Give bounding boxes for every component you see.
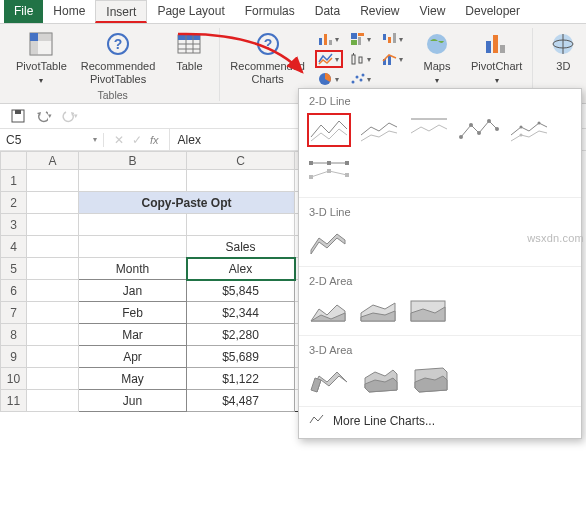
row-header[interactable]: 9 <box>1 346 27 368</box>
value-cell[interactable]: $5,845 <box>187 280 295 302</box>
chart-type-line-markers[interactable] <box>457 113 501 147</box>
enter-formula-icon[interactable]: ✓ <box>132 133 142 147</box>
svg-rect-36 <box>493 35 498 53</box>
month-header-cell[interactable]: Month <box>79 258 187 280</box>
month-cell[interactable]: Mar <box>79 324 187 346</box>
name-box[interactable]: C5▾ <box>0 133 104 147</box>
value-cell[interactable]: $1,122 <box>187 368 295 390</box>
insert-waterfall-chart-button[interactable]: ▾ <box>379 30 407 48</box>
insert-statistic-chart-button[interactable]: ▾ <box>347 50 375 68</box>
row-header[interactable]: 10 <box>1 368 27 390</box>
col-header-C[interactable]: C <box>187 152 295 170</box>
row-header[interactable]: 6 <box>1 280 27 302</box>
value-cell[interactable]: $2,280 <box>187 324 295 346</box>
tab-review[interactable]: Review <box>350 0 409 23</box>
redo-icon[interactable]: ▾ <box>62 108 78 124</box>
fx-icon[interactable]: fx <box>150 134 159 146</box>
line-chart-gallery: 2-D Line 3-D Line 2-D Area 3-D Area More… <box>298 88 582 412</box>
svg-point-46 <box>477 131 481 135</box>
chart-type-3d-area[interactable] <box>307 362 351 396</box>
gallery-section-2d-area: 2-D Area <box>299 269 581 291</box>
recommended-charts-label: Recommended Charts <box>230 60 305 85</box>
month-cell[interactable]: Jan <box>79 280 187 302</box>
month-cell[interactable]: Feb <box>79 302 187 324</box>
svg-rect-42 <box>15 110 21 114</box>
value-cell[interactable]: $2,344 <box>187 302 295 324</box>
row-header[interactable]: 2 <box>1 192 27 214</box>
table-button[interactable]: Table <box>165 28 213 75</box>
gallery-section-3d-line: 3-D Line <box>299 200 581 222</box>
recommended-pivot-icon: ? <box>104 30 132 58</box>
chart-type-3d-stacked-area[interactable] <box>357 362 401 396</box>
svg-rect-57 <box>327 169 331 173</box>
tab-page-layout[interactable]: Page Layout <box>147 0 234 23</box>
month-cell[interactable]: Apr <box>79 346 187 368</box>
row-header[interactable]: 5 <box>1 258 27 280</box>
title-cell[interactable]: Copy-Paste Opt <box>79 192 295 214</box>
value-cell[interactable]: $5,689 <box>187 346 295 368</box>
chart-type-stacked-line[interactable] <box>357 113 401 147</box>
insert-column-chart-button[interactable]: ▾ <box>315 30 343 48</box>
more-line-charts-button[interactable]: More Line Charts... <box>299 406 581 412</box>
chart-type-100-stacked-line-markers[interactable] <box>307 155 351 189</box>
svg-point-48 <box>495 127 499 131</box>
undo-icon[interactable]: ▾ <box>36 108 52 124</box>
svg-rect-18 <box>358 33 364 36</box>
maps-label: Maps <box>424 60 451 72</box>
tab-home[interactable]: Home <box>43 0 95 23</box>
alex-header-cell[interactable]: Alex <box>187 258 295 280</box>
tab-formulas[interactable]: Formulas <box>235 0 305 23</box>
tab-developer[interactable]: Developer <box>455 0 530 23</box>
col-header-B[interactable]: B <box>79 152 187 170</box>
row-header[interactable]: 3 <box>1 214 27 236</box>
svg-point-32 <box>360 79 363 82</box>
row-header[interactable]: 11 <box>1 390 27 412</box>
svg-rect-20 <box>351 40 357 45</box>
svg-rect-54 <box>327 161 331 165</box>
insert-scatter-chart-button[interactable]: ▾ <box>347 70 375 88</box>
svg-rect-37 <box>500 45 505 53</box>
value-cell[interactable]: $4,487 <box>187 390 295 412</box>
chart-type-100-stacked-line[interactable] <box>407 113 451 147</box>
chart-type-100-stacked-area[interactable] <box>407 293 451 327</box>
insert-hierarchy-chart-button[interactable]: ▾ <box>347 30 375 48</box>
sales-header-cell[interactable]: Sales <box>187 236 295 258</box>
svg-point-44 <box>459 135 463 139</box>
chart-type-stacked-line-markers[interactable] <box>507 113 551 147</box>
cancel-formula-icon[interactable]: ✕ <box>114 133 124 147</box>
recommended-charts-button[interactable]: ? Recommended Charts <box>226 28 309 87</box>
svg-text:?: ? <box>114 36 123 52</box>
insert-pie-chart-button[interactable]: ▾ <box>315 70 343 88</box>
chart-type-line[interactable] <box>307 113 351 147</box>
tab-view[interactable]: View <box>410 0 456 23</box>
gallery-section-2d-line: 2-D Line <box>299 89 581 111</box>
tab-data[interactable]: Data <box>305 0 350 23</box>
row-header[interactable]: 7 <box>1 302 27 324</box>
chart-type-area[interactable] <box>307 293 351 327</box>
svg-rect-17 <box>351 33 357 39</box>
tab-insert[interactable]: Insert <box>95 0 147 23</box>
pivot-chart-button[interactable]: PivotChart▾ <box>467 28 526 87</box>
recommended-pivot-button[interactable]: ? Recommended PivotTables <box>77 28 160 87</box>
chart-type-stacked-area[interactable] <box>357 293 401 327</box>
row-header[interactable]: 1 <box>1 170 27 192</box>
svg-rect-53 <box>309 161 313 165</box>
3d-map-button[interactable]: 3D <box>539 28 586 75</box>
month-cell[interactable]: Jun <box>79 390 187 412</box>
col-header-A[interactable]: A <box>27 152 79 170</box>
row-header[interactable]: 4 <box>1 236 27 258</box>
month-cell[interactable]: May <box>79 368 187 390</box>
insert-combo-chart-button[interactable]: ▾ <box>379 50 407 68</box>
tab-file[interactable]: File <box>4 0 43 23</box>
svg-rect-1 <box>30 33 38 41</box>
svg-point-45 <box>469 123 473 127</box>
3d-label: 3D <box>556 60 570 73</box>
chart-type-3d-100-stacked-area[interactable] <box>407 362 451 396</box>
select-all-button[interactable] <box>1 152 27 170</box>
pivot-table-button[interactable]: PivotTable▾ <box>12 28 71 87</box>
row-header[interactable]: 8 <box>1 324 27 346</box>
save-icon[interactable] <box>10 108 26 124</box>
chart-type-3d-line[interactable] <box>307 224 351 258</box>
maps-button[interactable]: Maps▾ <box>413 28 461 87</box>
insert-line-chart-button[interactable]: ▾ <box>315 50 343 68</box>
